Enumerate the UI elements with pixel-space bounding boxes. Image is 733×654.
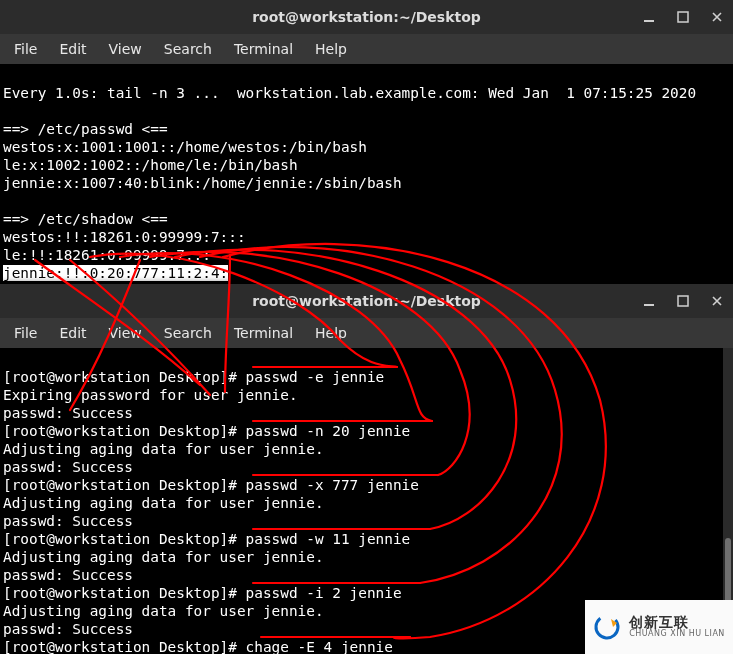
term-line: [root@workstation Desktop]# passwd -e je… xyxy=(3,369,384,385)
menu-help[interactable]: Help xyxy=(305,37,357,61)
term-line: Every 1.0s: tail -n 3 ... workstation.la… xyxy=(3,85,696,101)
term-line: [root@workstation Desktop]# chage -E 4 j… xyxy=(3,639,393,654)
menu-view[interactable]: View xyxy=(99,321,152,345)
maximize-button[interactable] xyxy=(671,289,695,313)
close-button[interactable] xyxy=(705,289,729,313)
term-line: Adjusting aging data for user jennie. xyxy=(3,441,324,457)
window-controls xyxy=(637,284,729,318)
term-line: [root@workstation Desktop]# passwd -i 2 … xyxy=(3,585,402,601)
svg-rect-1 xyxy=(678,12,688,22)
menu-search[interactable]: Search xyxy=(154,37,222,61)
watermark-logo-icon xyxy=(593,613,621,641)
window-title: root@workstation:~/Desktop xyxy=(0,293,733,309)
menu-terminal[interactable]: Terminal xyxy=(224,37,303,61)
terminal-window-1: root@workstation:~/Desktop File Edit Vie… xyxy=(0,0,733,284)
minimize-button[interactable] xyxy=(637,289,661,313)
menu-file[interactable]: File xyxy=(4,37,47,61)
terminal-window-2: root@workstation:~/Desktop File Edit Vie… xyxy=(0,284,733,654)
menu-view[interactable]: View xyxy=(99,37,152,61)
term-line: passwd: Success xyxy=(3,567,133,583)
close-button[interactable] xyxy=(705,5,729,29)
svg-rect-3 xyxy=(678,296,688,306)
term-line: passwd: Success xyxy=(3,459,133,475)
minimize-button[interactable] xyxy=(637,5,661,29)
term-line: ==> /etc/passwd <== xyxy=(3,121,168,137)
svg-point-4 xyxy=(593,613,621,641)
term-line: Adjusting aging data for user jennie. xyxy=(3,603,324,619)
term-line: jennie:x:1007:40:blink:/home/jennie:/sbi… xyxy=(3,175,402,191)
term-line: le:!!:18261:0:99999:7::: xyxy=(3,247,211,263)
menu-help[interactable]: Help xyxy=(305,321,357,345)
window-controls xyxy=(637,0,729,34)
term-line: westos:!!:18261:0:99999:7::: xyxy=(3,229,246,245)
svg-rect-2 xyxy=(644,304,654,306)
term-line: ==> /etc/shadow <== xyxy=(3,211,168,227)
term-line: passwd: Success xyxy=(3,621,133,637)
term-line: Adjusting aging data for user jennie. xyxy=(3,495,324,511)
term-line: le:x:1002:1002::/home/le:/bin/bash xyxy=(3,157,298,173)
titlebar[interactable]: root@workstation:~/Desktop xyxy=(0,284,733,318)
watermark-text-py: CHUANG XIN HU LIAN xyxy=(629,630,725,639)
term-line: Adjusting aging data for user jennie. xyxy=(3,549,324,565)
terminal-output[interactable]: Every 1.0s: tail -n 3 ... workstation.la… xyxy=(0,64,733,292)
window-title: root@workstation:~/Desktop xyxy=(0,9,733,25)
menu-search[interactable]: Search xyxy=(154,321,222,345)
menu-edit[interactable]: Edit xyxy=(49,37,96,61)
term-line: [root@workstation Desktop]# passwd -x 77… xyxy=(3,477,419,493)
menu-edit[interactable]: Edit xyxy=(49,321,96,345)
term-line: [root@workstation Desktop]# passwd -n 20… xyxy=(3,423,410,439)
menubar: File Edit View Search Terminal Help xyxy=(0,318,733,348)
term-line: passwd: Success xyxy=(3,405,133,421)
titlebar[interactable]: root@workstation:~/Desktop xyxy=(0,0,733,34)
svg-rect-0 xyxy=(644,20,654,22)
term-line: westos:x:1001:1001::/home/westos:/bin/ba… xyxy=(3,139,367,155)
term-line: [root@workstation Desktop]# passwd -w 11… xyxy=(3,531,410,547)
watermark: 创新互联 CHUANG XIN HU LIAN xyxy=(585,600,733,654)
menu-terminal[interactable]: Terminal xyxy=(224,321,303,345)
menu-file[interactable]: File xyxy=(4,321,47,345)
term-line: passwd: Success xyxy=(3,513,133,529)
menubar: File Edit View Search Terminal Help xyxy=(0,34,733,64)
watermark-text-cn: 创新互联 xyxy=(629,615,725,630)
maximize-button[interactable] xyxy=(671,5,695,29)
term-line: Expiring password for user jennie. xyxy=(3,387,298,403)
term-line-highlighted: jennie:!!:0:20:777:11:2:4: xyxy=(3,265,228,281)
